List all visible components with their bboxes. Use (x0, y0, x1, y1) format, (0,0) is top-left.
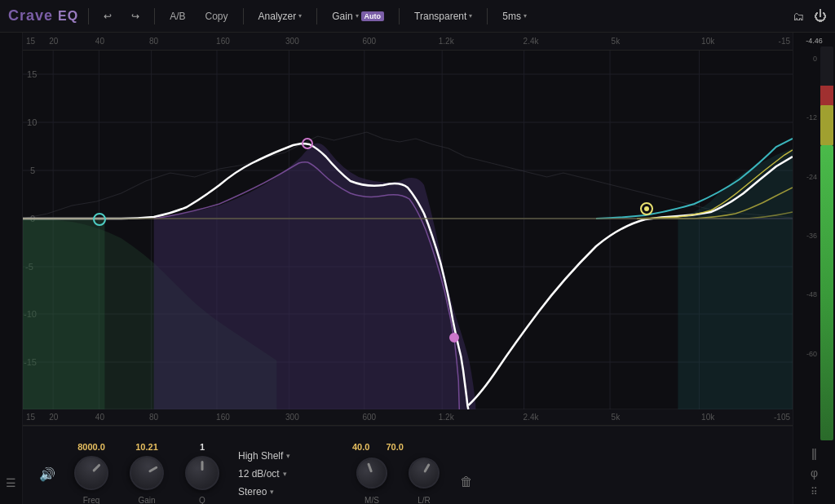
band-type-section: High Shelf ▾ 12 dB/oct ▾ Stereo ▾ (238, 449, 336, 499)
ms-label: M/S (364, 496, 379, 504)
freq-label-bot-15: 15 (26, 413, 35, 422)
channel-chevron: ▾ (270, 488, 274, 496)
dots-button[interactable]: ⠿ (811, 486, 818, 497)
freq-label-bot-160: 160 (216, 413, 230, 422)
channel-label: Stereo (238, 486, 267, 497)
freq-label-bot-600: 600 (362, 413, 376, 422)
freq-label-bot-40: 40 (95, 413, 104, 422)
scale-0: 0 (813, 55, 817, 63)
q-knob-group: 1 Q (183, 442, 222, 504)
chevron-down-icon: ▾ (298, 12, 302, 20)
ii-button[interactable]: ǁ (811, 447, 817, 460)
left-strip: ☰ (0, 33, 23, 504)
gain-dropdown[interactable]: Gain ▾ Auto (327, 9, 389, 24)
transparent-dropdown[interactable]: Transparent ▾ (409, 9, 477, 24)
chevron-down-icon: ▾ (469, 12, 472, 20)
ms-knob[interactable] (352, 453, 392, 493)
freq-knob[interactable] (67, 449, 115, 497)
right-icons: ǁ φ ⠿ (811, 440, 818, 504)
lr-knob-group: L/R (404, 453, 444, 504)
meter-area: 0 -12 -24 -36 -48 -60 (793, 46, 835, 440)
separator (399, 8, 400, 24)
separator (88, 8, 89, 24)
ab-button[interactable]: A/B (165, 9, 190, 24)
slope-chevron: ▾ (283, 470, 287, 478)
analyzer-dropdown[interactable]: Analyzer ▾ (254, 9, 307, 24)
freq-label-bot-20: 20 (49, 413, 58, 422)
eq-handle-high-shelf[interactable] (640, 202, 653, 215)
gain-knob-group: 10.21 Gain (127, 442, 166, 504)
separator (154, 8, 155, 24)
redo-button[interactable]: ↪ (126, 9, 144, 24)
svg-text:10: 10 (27, 117, 37, 127)
meter-bar-yellow (820, 105, 833, 144)
app-logo: Crave EQ (8, 7, 78, 24)
eq-canvas[interactable]: 15 10 5 0 -5 -10 -15 (23, 51, 793, 409)
auto-badge: Auto (361, 11, 385, 21)
chevron-down-icon: ▾ (356, 12, 359, 20)
meter-value: -4.46 (806, 37, 823, 45)
logo-crave: Crave (8, 7, 53, 24)
scale-neg24: -24 (806, 173, 817, 181)
gain-label: Gain (138, 496, 155, 504)
freq-label-bot-80: 80 (149, 413, 158, 422)
lr-knob[interactable] (403, 452, 445, 494)
lr-knob-container (404, 453, 444, 493)
ms-value: 40.0 (352, 442, 369, 452)
slope-label: 12 dB/oct (238, 468, 280, 480)
scale-neg12: -12 (806, 113, 817, 122)
gain-value: 10.21 (135, 442, 158, 452)
slope-dropdown[interactable]: 12 dB/oct ▾ (238, 466, 336, 481)
freq-label-300: 300 (285, 37, 299, 46)
undo-button[interactable]: ↩ (99, 9, 117, 24)
freq-knob-container (72, 453, 111, 493)
ms-lr-section: 40.0 70.0 M/S L/R (352, 442, 444, 504)
freq-label-40: 40 (95, 37, 104, 46)
freq-label-2k4: 2.4k (524, 37, 539, 46)
freq-label-bot-2k4: 2.4k (524, 413, 539, 422)
phi-button[interactable]: φ (811, 466, 818, 480)
scale-neg60: -60 (806, 350, 817, 358)
eq-handle-notch[interactable] (449, 333, 459, 343)
svg-text:15: 15 (27, 69, 37, 79)
separator (316, 8, 317, 24)
gain-label: Gain (332, 11, 352, 22)
eq-handle-bell-top[interactable] (302, 138, 313, 149)
band-type-dropdown[interactable]: High Shelf ▾ (238, 449, 336, 463)
freq-ruler-bottom: 15 20 40 80 160 300 600 1.2k 2.4k 5k 10k… (23, 409, 793, 426)
freq-label-20: 20 (49, 37, 58, 46)
separator (243, 8, 244, 24)
freq-label-bot-10k: 10k (701, 413, 714, 422)
meter-bar-green (820, 145, 833, 440)
meter-bar-red (820, 86, 833, 105)
chevron-down-icon: ▾ (524, 12, 527, 20)
copy-button[interactable]: Copy (201, 9, 233, 24)
ms-knob-group: M/S (352, 453, 391, 504)
lines-button[interactable]: ☰ (6, 476, 16, 489)
eq-area: 15 20 40 80 160 300 600 1.2k 2.4k 5k 10k… (23, 33, 793, 504)
freq-value: 8000.0 (77, 442, 105, 452)
lr-value: 70.0 (386, 442, 403, 452)
freq-label-600: 600 (362, 37, 376, 46)
folder-button[interactable]: 🗂 (793, 10, 804, 23)
solo-button[interactable]: 🔊 (39, 466, 55, 482)
freq-label-80: 80 (149, 37, 158, 46)
freq-ruler-top: 15 20 40 80 160 300 600 1.2k 2.4k 5k 10k… (23, 33, 793, 51)
freq-label-bot-1k2: 1.2k (439, 413, 454, 422)
freq-knob-group: 8000.0 Freq (72, 442, 111, 504)
freq-label-bot-5k: 5k (612, 413, 621, 422)
separator (487, 8, 488, 24)
bottom-controls: 🔊 8000.0 Freq 10.21 Gain 1 (23, 426, 793, 504)
channel-dropdown[interactable]: Stereo ▾ (238, 484, 336, 499)
time-label: 5ms (502, 11, 521, 22)
band-type-label: High Shelf (238, 450, 283, 462)
freq-label-1k2: 1.2k (439, 37, 454, 46)
gain-knob-container (127, 453, 166, 493)
eq-handle-low-shelf[interactable] (93, 213, 106, 226)
delete-band-button[interactable]: 🗑 (460, 475, 473, 489)
gain-knob[interactable] (123, 449, 170, 496)
q-knob[interactable] (185, 456, 219, 490)
time-dropdown[interactable]: 5ms ▾ (497, 9, 532, 24)
freq-label-5k: 5k (612, 37, 621, 46)
power-button[interactable]: ⏻ (814, 9, 827, 24)
